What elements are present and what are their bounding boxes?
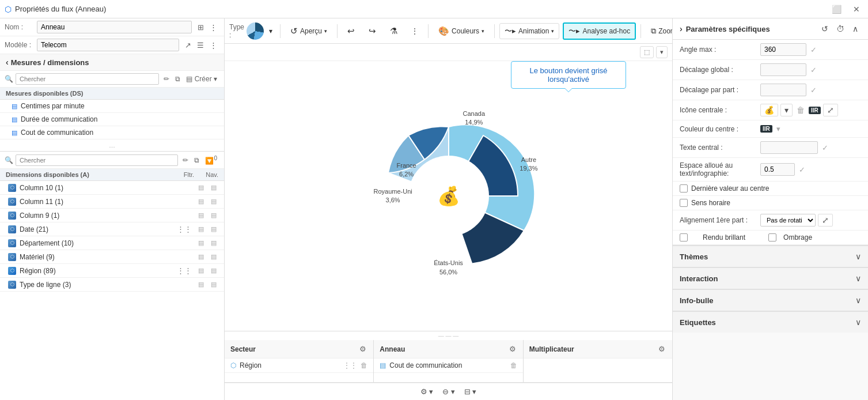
dim-filter-btn[interactable]: ▤ [196, 197, 206, 206]
multiplicateur-settings-button[interactable]: ⚙ [657, 344, 666, 354]
model-input[interactable] [37, 39, 179, 51]
dim-filter-btn[interactable]: ▤ [196, 183, 206, 192]
dim-item[interactable]: ⬡ Column 10 (1) ▤ ▤ [0, 181, 224, 195]
angle-max-input[interactable] [760, 43, 806, 56]
alignement-expand[interactable]: ⤢ [818, 214, 833, 227]
icone-centrale-expand[interactable]: ⤢ [823, 104, 838, 116]
dim-filter-btn[interactable]: ▤ [196, 211, 206, 220]
espace-alloue-input[interactable] [760, 163, 795, 176]
dimensions-search-input[interactable] [16, 154, 178, 166]
dim-nav-btn[interactable]: ▤ [209, 225, 218, 233]
measures-search-input[interactable] [16, 73, 159, 85]
measures-brush-button[interactable]: ✏ [161, 74, 172, 84]
anneau-settings-button[interactable]: ⚙ [508, 344, 517, 354]
dim-copy-button[interactable]: ⧉ [192, 154, 202, 166]
name-edit-icon[interactable]: ⊞ [195, 22, 206, 33]
decalage-part-input[interactable] [760, 84, 806, 96]
dim-item[interactable]: ⬡ Département (10) ▤ ▤ [0, 236, 224, 250]
maximize-button[interactable]: ⬜ [828, 3, 845, 15]
analyse-adhoc-button[interactable]: 〜▸ Analyse ad-hoc [563, 22, 636, 40]
type-dropdown-button[interactable]: ▾ [266, 25, 275, 37]
bottom-minus-button[interactable]: ⊖ ▾ [439, 386, 458, 398]
history-button[interactable]: ⏱ [833, 23, 847, 35]
chart-expand-button[interactable]: ▾ [656, 46, 668, 58]
derniere-valeur-checkbox[interactable] [680, 184, 688, 193]
dim-nav-btn[interactable]: ▤ [209, 183, 218, 192]
alignement-select[interactable]: Pas de rotati [760, 214, 816, 227]
title-bar: ⬡ Propriétés du flux (Anneau) ⬜ ✕ [0, 0, 868, 18]
dim-nav-btn[interactable]: ▤ [209, 211, 218, 220]
texte-central-input[interactable] [760, 141, 818, 154]
dim-filter-button[interactable]: 🔽0 [203, 154, 219, 166]
interaction-header[interactable]: Interaction ∨ [673, 268, 868, 289]
model-list-icon[interactable]: ☰ [195, 40, 206, 51]
section-title-text: Mesures / dimensions [11, 58, 89, 67]
collapse-button[interactable]: ∧ [850, 23, 861, 35]
decalage-global-input[interactable] [760, 63, 806, 76]
icone-centrale-picker[interactable]: 💰 [760, 104, 778, 116]
dim-item[interactable]: ⬡ Matériel (9) ▤ ▤ [0, 250, 224, 264]
dim-item[interactable]: ⬡ Région (89) ⋮⋮ ▤ ▤ [0, 264, 224, 278]
sens-horaire-checkbox[interactable] [680, 199, 688, 207]
decalage-global-confirm[interactable]: ✓ [809, 65, 818, 75]
list-item[interactable]: ▤ Cout de communication [0, 126, 224, 139]
dim-brush-button[interactable]: ✏ [180, 154, 191, 166]
etiquettes-header[interactable]: Etiquettes ∨ [673, 312, 868, 333]
list-item[interactable]: ▤ Durée de communication [0, 113, 224, 126]
drag-handle[interactable]: — — — [225, 331, 672, 340]
right-panel-expand-button[interactable]: › [680, 24, 683, 33]
ombrage-checkbox[interactable] [768, 233, 776, 241]
redo-button[interactable]: ↪ [363, 23, 381, 39]
toolbar-separator [337, 24, 338, 38]
region-hierarchy-button[interactable]: ⋮⋮ [343, 361, 357, 369]
icone-centrale-arrow[interactable]: ▾ [780, 104, 793, 116]
section-toggle-button[interactable]: ‹ [6, 58, 9, 67]
create-button[interactable]: ▤ Créer ▾ [184, 74, 219, 84]
themes-header[interactable]: Thèmes ∨ [673, 246, 868, 267]
dim-nav-btn[interactable]: ▤ [209, 280, 218, 289]
animation-button[interactable]: 〜▸ Animation ▾ [499, 23, 559, 39]
infobulle-header[interactable]: Info-bulle ∨ [673, 290, 868, 311]
bottom-settings-button[interactable]: ⚙ ▾ [417, 386, 437, 398]
list-item[interactable]: ▤ Centimes par minute [0, 100, 224, 113]
texte-central-confirm[interactable]: ✓ [820, 143, 830, 153]
dim-filter-btn[interactable]: ▤ [196, 239, 206, 247]
dim-filter-btn[interactable]: ▤ [196, 252, 206, 261]
apercu-button[interactable]: ↺ Aperçu ▾ [285, 23, 332, 39]
more-button[interactable]: ⋮ [406, 24, 423, 38]
measures-copy-button[interactable]: ⧉ [173, 74, 183, 84]
model-open-icon[interactable]: ↗ [183, 40, 194, 51]
decalage-part-confirm[interactable]: ✓ [809, 85, 818, 95]
cout-delete-button[interactable]: 🗑 [510, 361, 517, 369]
dim-item[interactable]: ⬡ Column 9 (1) ▤ ▤ [0, 209, 224, 222]
espace-alloue-confirm[interactable]: ✓ [797, 165, 807, 175]
dim-filter-btn[interactable]: ▤ [196, 266, 206, 275]
dim-filter-btn[interactable]: ▤ [196, 280, 206, 289]
data-columns: Secteur ⚙ ⬡ Région ⋮⋮ 🗑 Anneau ⚙ [225, 340, 672, 383]
dim-nav-btn[interactable]: ▤ [209, 252, 218, 261]
dim-item[interactable]: ⬡ Date (21) ⋮⋮ ▤ ▤ [0, 222, 224, 236]
close-button[interactable]: ✕ [850, 3, 863, 15]
dim-nav-btn[interactable]: ▤ [209, 266, 218, 275]
dim-nav-btn[interactable]: ▤ [209, 197, 218, 206]
dim-nav-btn[interactable]: ▤ [209, 239, 218, 247]
brillant-checkbox[interactable] [680, 233, 688, 241]
region-delete-button[interactable]: 🗑 [361, 361, 367, 369]
angle-max-confirm[interactable]: ✓ [809, 45, 818, 55]
dim-item[interactable]: ⬡ Type de ligne (3) ▤ ▤ [0, 278, 224, 292]
chart-image-button[interactable]: ⬚ [640, 46, 654, 58]
name-more-icon[interactable]: ⋮ [207, 22, 219, 33]
dim-filter-btn[interactable]: ▤ [196, 225, 206, 233]
interaction-title: Interaction [680, 274, 718, 283]
dim-item[interactable]: ⬡ Column 11 (1) ▤ ▤ [0, 195, 224, 209]
filter-button[interactable]: ⚗ [385, 23, 403, 39]
couleur-centre-arrow[interactable]: ▾ [775, 124, 782, 134]
bottom-align-button[interactable]: ⊟ ▾ [461, 386, 480, 398]
name-input[interactable] [37, 21, 192, 33]
undo-button[interactable]: ↩ [342, 23, 360, 39]
icone-centrale-delete[interactable]: 🗑 [795, 105, 806, 115]
secteur-settings-button[interactable]: ⚙ [358, 344, 367, 354]
couleurs-button[interactable]: 🎨 Couleurs ▾ [433, 23, 490, 39]
refresh-button[interactable]: ↺ [818, 23, 831, 35]
model-more-icon[interactable]: ⋮ [207, 40, 219, 51]
